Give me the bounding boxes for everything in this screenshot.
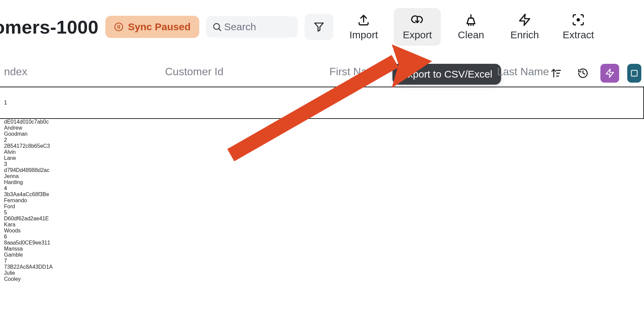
cell-index[interactable]: 2 [0,137,644,143]
svg-point-3 [214,24,220,30]
table-row[interactable]: 1 dE014d010c7ab0c Andrew Goodman [0,87,644,137]
cell-first-name[interactable]: Jenna [0,173,644,179]
enrich-label: Enrich [511,29,539,41]
search-input[interactable] [223,21,292,33]
cell-index[interactable]: 4 [0,185,644,191]
table-row[interactable]: 4 3b3Aa4aCc68f3Be Fernando Ford [0,185,644,210]
cell-index[interactable]: 3 [0,161,644,167]
cell-last-name[interactable]: Gamble [0,252,644,258]
cell-last-name[interactable]: Lane [0,155,644,161]
page-title: stomers-1000 [0,16,99,38]
import-label: Import [350,29,378,41]
lightning-icon [518,13,531,27]
search-icon [212,22,222,32]
cell-last-name[interactable]: Harding [0,179,644,185]
extract-label: Extract [563,29,594,41]
export-label: Export [403,29,432,41]
filter-button[interactable] [305,14,333,40]
enrich-button[interactable]: Enrich [501,8,548,46]
cell-first-name[interactable]: Marissa [0,246,644,252]
cell-customer-id[interactable]: 3b3Aa4aCc68f3Be [0,191,644,197]
cell-index[interactable]: 5 [0,210,644,216]
cell-customer-id[interactable]: 73B22Ac8A43DD1A [0,264,644,270]
clean-button[interactable]: Clean [447,8,494,46]
download-cloud-icon [410,13,425,27]
filter-icon [313,21,325,33]
cell-customer-id[interactable]: d794Dd48988d2ac [0,167,644,173]
col-first-name[interactable]: First Name [325,57,493,86]
table-body: 1 dE014d010c7ab0c Andrew Goodman 2 2B541… [0,87,644,282]
scan-icon [572,13,585,27]
search-input-wrap[interactable] [206,16,298,38]
extract-button[interactable]: Extract [555,8,602,46]
col-last-name[interactable]: Last Name [493,57,644,86]
sync-status-label: Sync Paused [128,21,191,33]
export-button[interactable]: Export [394,8,441,46]
table-row[interactable]: 2 2B54172c8b65eC3 Alvin Lane [0,137,644,161]
upload-icon [357,13,370,27]
broom-icon [464,13,478,27]
svg-point-0 [115,23,122,31]
cell-first-name[interactable]: Fernando [0,197,644,204]
table-header-row: ndex Customer Id First Name Last Name [0,57,644,87]
selected-cell[interactable]: 1 [0,87,644,119]
svg-line-4 [219,29,221,31]
cell-first-name[interactable]: Alvin [0,149,644,155]
cell-last-name[interactable]: Goodman [0,131,644,137]
clean-label: Clean [458,29,484,41]
import-button[interactable]: Import [340,8,387,46]
cell-index[interactable]: 6 [0,234,644,240]
cell-first-name[interactable]: Julie [0,270,644,276]
top-toolbar: stomers-1000 Sync Paused Import [0,0,644,48]
col-index[interactable]: ndex [0,57,161,86]
pause-icon [114,22,123,32]
cell-last-name[interactable]: Ford [0,204,644,210]
cell-first-name[interactable]: Andrew [0,125,644,131]
cell-first-name[interactable]: Kara [0,222,644,228]
cell-customer-id[interactable]: D60df62ad2ae41E [0,216,644,222]
table-row[interactable]: 6 8aaa5d0CE9ee311 Marissa Gamble [0,234,644,258]
cell-index[interactable]: 7 [0,258,644,264]
cell-customer-id[interactable]: dE014d010c7ab0c [0,119,644,125]
cell-index[interactable]: 1 [0,87,644,119]
cell-customer-id[interactable]: 8aaa5d0CE9ee311 [0,240,644,246]
cell-last-name[interactable]: Cooley [0,276,644,282]
table-row[interactable]: 5 D60df62ad2ae41E Kara Woods [0,210,644,234]
svg-marker-8 [520,14,530,25]
svg-point-9 [577,19,580,21]
data-table: ndex Customer Id First Name Last Name 1 … [0,57,644,282]
table-row[interactable]: 3 d794Dd48988d2ac Jenna Harding [0,161,644,185]
cell-customer-id[interactable]: 2B54172c8b65eC3 [0,143,644,149]
sync-status-badge[interactable]: Sync Paused [105,16,200,38]
cell-last-name[interactable]: Woods [0,228,644,234]
col-customer-id[interactable]: Customer Id [161,57,325,86]
table-row[interactable]: 7 73B22Ac8A43DD1A Julie Cooley [0,258,644,282]
svg-marker-5 [315,23,324,31]
